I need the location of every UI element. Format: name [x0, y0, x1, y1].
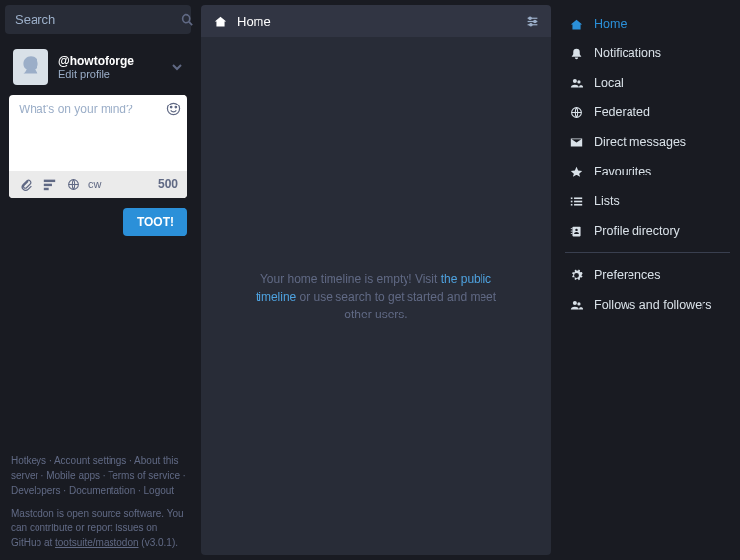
- star-icon: [569, 165, 583, 178]
- compose-form: cw 500: [9, 95, 187, 198]
- nav-lists[interactable]: Lists: [555, 186, 740, 216]
- compose-toolbar: cw 500: [9, 171, 187, 198]
- address-book-icon: [569, 224, 583, 238]
- svg-rect-24: [572, 226, 580, 236]
- footer-link[interactable]: Hotkeys: [11, 455, 46, 466]
- svg-point-14: [529, 24, 531, 26]
- timeline-empty: Your home timeline is empty! Visit the p…: [201, 37, 551, 555]
- svg-rect-26: [570, 228, 572, 229]
- svg-rect-28: [570, 233, 572, 234]
- footer-link[interactable]: Terms of service: [108, 470, 180, 481]
- globe-icon: [569, 105, 583, 119]
- settings-icon[interactable]: [525, 15, 539, 29]
- poll-icon[interactable]: [42, 177, 56, 191]
- svg-rect-5: [43, 179, 54, 181]
- svg-point-29: [572, 301, 576, 305]
- column-header: Home: [201, 5, 551, 37]
- nav-separator: [565, 252, 730, 253]
- users-icon: [569, 298, 583, 312]
- svg-point-25: [575, 228, 577, 230]
- user-panel: @howtoforge Edit profile: [5, 45, 191, 95]
- footer-links: Hotkeys · Account settings · About this …: [11, 454, 185, 498]
- svg-point-2: [167, 103, 179, 114]
- search-box[interactable]: [5, 5, 191, 34]
- column-title: Home: [237, 14, 515, 29]
- svg-point-3: [170, 106, 172, 108]
- svg-line-1: [189, 22, 192, 25]
- footer-link[interactable]: Mobile apps: [46, 470, 100, 481]
- edit-profile-link[interactable]: Edit profile: [58, 68, 170, 80]
- avatar[interactable]: [13, 49, 48, 85]
- compose-textarea[interactable]: [19, 103, 158, 160]
- bell-icon: [569, 46, 583, 60]
- repo-link[interactable]: tootsuite/mastodon: [55, 537, 139, 548]
- search-icon: [181, 13, 193, 27]
- svg-rect-27: [570, 230, 572, 231]
- globe-icon[interactable]: [66, 177, 80, 191]
- users-icon: [569, 76, 583, 90]
- svg-rect-7: [43, 187, 48, 189]
- nav-direct-messages[interactable]: Direct messages: [555, 127, 740, 157]
- footer-note: Mastodon is open source software. You ca…: [11, 506, 185, 550]
- svg-point-4: [175, 106, 177, 108]
- compose-column: @howtoforge Edit profile: [0, 0, 196, 560]
- footer-link[interactable]: Logout: [144, 485, 175, 496]
- navigation-column: Home Notifications Local Federated Direc…: [555, 0, 740, 560]
- nav-directory[interactable]: Profile directory: [555, 216, 740, 245]
- svg-rect-23: [574, 203, 582, 205]
- home-icon: [213, 15, 227, 29]
- svg-rect-6: [43, 183, 51, 185]
- nav-federated[interactable]: Federated: [555, 98, 740, 127]
- timeline-column: Home Your home timeline is empty! Visit …: [201, 5, 551, 555]
- svg-point-15: [572, 79, 576, 83]
- svg-point-13: [533, 20, 535, 22]
- chevron-down-icon[interactable]: [170, 60, 184, 74]
- nav-favourites[interactable]: Favourites: [555, 157, 740, 186]
- envelope-icon: [569, 135, 583, 149]
- nav-follows[interactable]: Follows and followers: [555, 290, 740, 319]
- attach-icon[interactable]: [19, 177, 33, 191]
- nav-preferences[interactable]: Preferences: [555, 260, 740, 290]
- list-icon: [569, 194, 583, 208]
- home-icon: [569, 17, 583, 31]
- user-handle[interactable]: @howtoforge: [58, 54, 170, 68]
- toot-button[interactable]: TOOT!: [123, 208, 187, 236]
- footer-link[interactable]: Developers: [11, 485, 61, 496]
- nav-home[interactable]: Home: [555, 9, 740, 38]
- svg-rect-20: [570, 200, 572, 202]
- svg-point-12: [528, 17, 530, 19]
- nav-local[interactable]: Local: [555, 68, 740, 98]
- nav-notifications[interactable]: Notifications: [555, 38, 740, 68]
- svg-rect-21: [574, 200, 582, 202]
- svg-rect-19: [574, 197, 582, 199]
- svg-point-30: [577, 302, 580, 305]
- svg-point-0: [183, 15, 190, 23]
- svg-rect-22: [570, 203, 572, 205]
- footer: Hotkeys · Account settings · About this …: [5, 454, 191, 560]
- emoji-picker-button[interactable]: [166, 102, 181, 116]
- svg-point-16: [577, 80, 580, 83]
- search-input[interactable]: [15, 12, 181, 27]
- gear-icon: [569, 268, 583, 282]
- char-counter: 500: [158, 177, 178, 191]
- footer-link[interactable]: Documentation: [69, 485, 135, 496]
- content-warning-button[interactable]: cw: [88, 178, 101, 190]
- svg-rect-18: [570, 197, 572, 199]
- footer-link[interactable]: Account settings: [54, 455, 126, 466]
